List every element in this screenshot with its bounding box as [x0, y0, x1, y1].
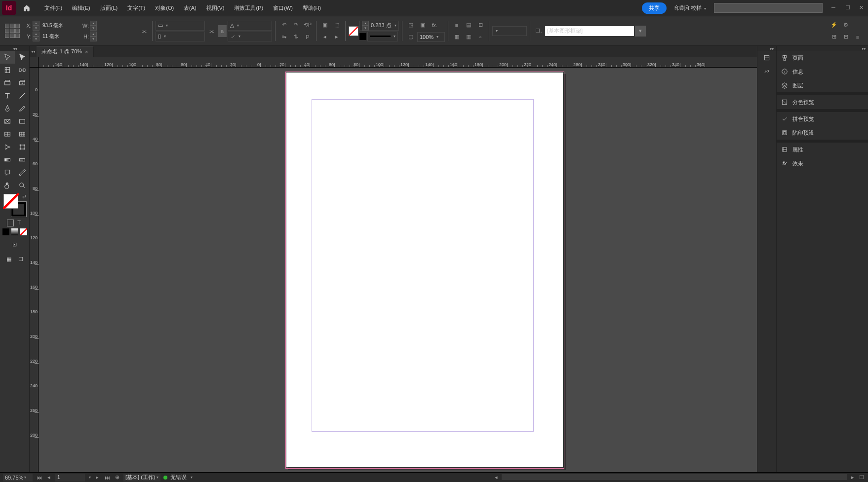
menu-type[interactable]: 文字(T) — [122, 2, 150, 14]
quick-apply-icon[interactable]: ⚡ — [829, 20, 839, 31]
panel-separation[interactable]: 分色预览 — [777, 95, 868, 109]
menu-file[interactable]: 文件(F) — [39, 2, 67, 14]
share-button[interactable]: 共享 — [642, 2, 667, 14]
select-next-icon[interactable]: ▸ — [331, 32, 342, 42]
w-input[interactable] — [98, 21, 137, 31]
reference-point[interactable] — [5, 24, 20, 38]
open-bridge-icon[interactable]: ⊕ — [114, 474, 120, 481]
object-style-select[interactable]: [基本图形框架] — [545, 26, 634, 36]
panel-pages[interactable]: 页面 — [777, 51, 868, 65]
toolbox-collapse[interactable]: ◂◂ — [0, 46, 29, 51]
text-wrap-bbox-icon[interactable]: ▤ — [463, 20, 474, 31]
rotate-field[interactable]: △▾ — [228, 21, 272, 31]
text-wrap-jump-icon[interactable]: ▥ — [463, 32, 474, 42]
panel-flatten[interactable]: 拼合预览 — [777, 112, 868, 126]
stock-icon[interactable]: ⊟ — [840, 32, 851, 42]
percent-icon[interactable]: ⟲P — [302, 20, 313, 31]
free-transform-tool[interactable] — [15, 141, 30, 153]
preflight-errors[interactable]: 无错误 — [170, 474, 187, 481]
flip-h-icon[interactable]: ⇋ — [278, 32, 289, 42]
panel-collapse[interactable]: ▸▸ — [777, 46, 868, 51]
scissors-tool[interactable] — [0, 141, 15, 153]
scroll-left-icon[interactable]: ◂ — [493, 474, 500, 481]
style-dropdown-arrow[interactable]: ▾ — [635, 26, 646, 37]
stroke-weight-field[interactable]: ▲▼ 0.283 点▾ — [359, 21, 399, 31]
x-input[interactable]: 93.5 毫米 — [40, 21, 80, 31]
note-tool[interactable] — [0, 166, 15, 179]
search-input[interactable] — [714, 3, 823, 13]
horizontal-ruler[interactable]: 1601401201008060402002040608010012014016… — [39, 57, 757, 68]
corner-options-icon[interactable]: ◳ — [405, 20, 416, 31]
view-mode-1-icon[interactable]: ▦ — [4, 254, 14, 264]
object-style-icon[interactable]: ☐. — [533, 26, 544, 37]
home-button[interactable] — [20, 1, 34, 15]
pen-tool[interactable] — [0, 102, 15, 115]
select-content-icon[interactable]: ⬚ — [331, 20, 342, 31]
links-icon[interactable] — [757, 65, 776, 78]
menu-view[interactable]: 视图(V) — [201, 2, 230, 14]
apply-none-icon[interactable] — [20, 228, 27, 235]
scroll-right-icon[interactable]: ▸ — [849, 474, 856, 481]
drop-shadow-icon[interactable]: ▢ — [405, 32, 416, 42]
horizontal-scrollbar[interactable] — [502, 474, 847, 480]
table-tool[interactable] — [0, 128, 15, 141]
preview-mode-icon[interactable]: ⊡ — [10, 239, 20, 249]
direct-selection-tool[interactable] — [15, 51, 30, 64]
panel-layers[interactable]: 图层 — [777, 78, 868, 92]
hand-tool[interactable] — [0, 179, 15, 192]
p-icon[interactable]: P — [302, 32, 313, 42]
menu-window[interactable]: 窗口(W) — [268, 2, 298, 14]
apply-text-icon[interactable]: T — [16, 220, 23, 226]
select-prev-icon[interactable]: ◂ — [319, 32, 330, 42]
stroke-style[interactable]: ▾ — [367, 32, 398, 41]
strip-collapse[interactable]: ▸▸ — [757, 46, 776, 51]
minimize-button[interactable]: ─ — [831, 4, 838, 11]
panel-effects[interactable]: fx 效果 — [777, 156, 868, 170]
menu-object[interactable]: 对象(O) — [150, 2, 179, 14]
scale-y-field[interactable]: ▯▾ — [156, 32, 205, 41]
y-spinner[interactable]: ▲▼ — [33, 32, 39, 41]
opacity-field[interactable]: 100%▾ — [417, 32, 445, 42]
workspace-switcher[interactable]: 印刷和校样 ▾ — [670, 2, 711, 14]
swap-colors-icon[interactable]: ⇄ — [22, 194, 26, 199]
text-wrap-none-icon[interactable]: ≡ — [451, 20, 462, 31]
page-tool[interactable] — [0, 64, 15, 76]
screen-mode-icon[interactable]: ☐ — [858, 474, 865, 481]
blend-mode[interactable]: ▾ — [492, 26, 527, 36]
menu-table[interactable]: 表(A) — [179, 2, 201, 14]
tab-close-icon[interactable]: × — [85, 49, 88, 55]
menu-plugins[interactable]: 增效工具(P) — [229, 2, 268, 14]
gradient-feather-tool[interactable] — [15, 153, 30, 166]
color-proxy[interactable]: ⇄ — [3, 194, 26, 217]
constrain-proportions[interactable]: ⫘ — [138, 26, 149, 37]
zoom-level[interactable]: 69.75% ▾ — [3, 474, 33, 482]
apply-color-icon[interactable] — [2, 228, 9, 235]
fx-icon[interactable]: fx. — [429, 20, 440, 31]
stroke-color[interactable] — [359, 33, 366, 40]
content-collector-tool[interactable] — [0, 76, 15, 89]
preflight-dropdown[interactable]: ▾ — [191, 475, 193, 480]
last-page-button[interactable]: ⏭ — [104, 474, 111, 481]
char-badge[interactable]: a — [218, 25, 227, 37]
cc-libraries-icon[interactable] — [757, 51, 776, 65]
align-icon[interactable]: ▫ — [475, 32, 486, 42]
preflight-profile[interactable]: [基本] (工作) ▾ — [123, 474, 160, 482]
x-spinner[interactable]: ▲▼ — [33, 21, 39, 31]
document-tab[interactable]: 未命名-1 @ 70% × — [37, 46, 94, 57]
bridge-icon[interactable]: ⊞ — [829, 32, 839, 42]
gradient-swatch-tool[interactable] — [0, 153, 15, 166]
menu-help[interactable]: 帮助(H) — [298, 2, 326, 14]
select-container-icon[interactable]: ▣ — [319, 20, 330, 31]
rectangle-tool[interactable] — [15, 115, 30, 128]
gap-tool[interactable] — [15, 64, 30, 76]
pencil-tool[interactable] — [15, 102, 30, 115]
menu-layout[interactable]: 版面(L) — [95, 2, 122, 14]
panel-trap[interactable]: 陷印预设 — [777, 126, 868, 140]
shear-field[interactable]: ⟋▾ — [228, 32, 272, 41]
close-button[interactable]: ✕ — [859, 4, 866, 11]
ruler-origin[interactable] — [30, 57, 39, 68]
type-tool[interactable] — [0, 89, 15, 102]
panel-menu-icon[interactable]: ≡ — [852, 32, 863, 42]
effects-icon[interactable]: ▣ — [417, 20, 428, 31]
view-mode-2-icon[interactable]: ☐ — [16, 254, 26, 264]
